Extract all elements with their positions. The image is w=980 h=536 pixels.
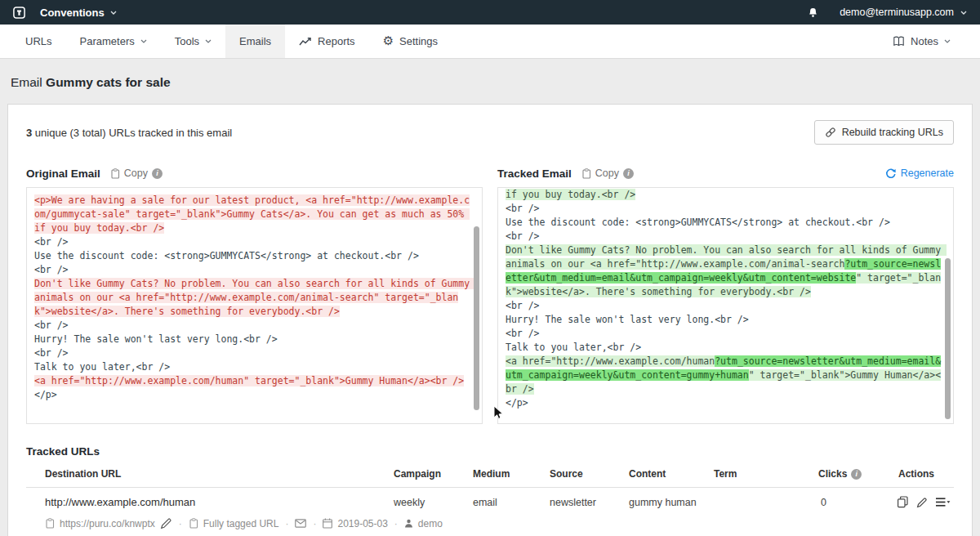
conventions-menu[interactable]: Conventions (40, 7, 117, 19)
terminus-logo-icon[interactable] (13, 7, 25, 19)
nav-label: Tools (175, 35, 199, 47)
code-line: if you buy today.<br /> (506, 188, 946, 202)
menu-caret-icon (935, 497, 951, 507)
tag-status: Fully tagged URL (189, 518, 279, 529)
info-icon[interactable]: i (623, 168, 634, 179)
code-line: Don't like Gummy Cats? No problem. You c… (506, 243, 946, 299)
topbar: Conventions demo@terminusapp.com (0, 0, 980, 25)
scrollbar-thumb[interactable] (945, 258, 951, 419)
envelope-icon (295, 519, 306, 528)
code-line: </p> (506, 396, 946, 410)
email-card: 3 unique (3 total) URLs tracked in this … (7, 104, 973, 536)
code-line: <br /> (506, 230, 946, 243)
nav-item-settings[interactable]: ⚙ Settings (369, 25, 452, 58)
refresh-icon (885, 168, 896, 179)
code-line: Use the discount code: <strong>GUMMYCATS… (506, 216, 946, 230)
clipboard-icon (110, 168, 120, 179)
pencil-icon (916, 497, 928, 508)
page-title: Email Gummy cats for sale (11, 75, 980, 90)
gear-icon: ⚙ (383, 35, 394, 47)
created-date-text: 2019-05-03 (337, 518, 387, 529)
nav-item-emails[interactable]: Emails (225, 25, 285, 58)
nav-label: Settings (399, 35, 438, 47)
nav-item-parameters[interactable]: Parameters (66, 25, 161, 58)
code-line: Don't like Gummy Cats? No problem. You c… (34, 277, 474, 319)
chevron-down-icon (140, 39, 147, 43)
clipboard-icon (189, 518, 198, 529)
clicks-value: 0 (794, 497, 875, 508)
chevron-down-icon (960, 11, 967, 15)
chevron-down-icon (205, 39, 212, 43)
calendar-icon (323, 518, 332, 529)
col-term: Term (712, 468, 794, 480)
copy-label: Copy (595, 168, 619, 179)
pencil-icon[interactable] (160, 517, 172, 529)
rebuild-tracking-urls-button[interactable]: Rebuild tracking URLs (814, 120, 954, 145)
copy-pages-icon (897, 496, 909, 508)
nav-item-notes[interactable]: Notes (879, 25, 970, 58)
clipboard-icon (45, 518, 55, 529)
rebuild-button-label: Rebuild tracking URLs (842, 127, 943, 138)
code-line: <br /> (506, 327, 946, 341)
tracked-email-code[interactable]: if you buy today.<br /><br />Use the dis… (497, 187, 954, 424)
notifications-bell-icon[interactable] (808, 7, 818, 18)
original-email-code[interactable]: <p>We are having a sale for our latest p… (26, 187, 483, 424)
info-icon[interactable]: i (152, 168, 163, 179)
nav-item-tools[interactable]: Tools (161, 25, 225, 58)
code-line: Talk to you later,<br /> (506, 341, 946, 355)
nav-label: URLs (25, 35, 52, 47)
code-line: <br /> (34, 319, 474, 333)
col-medium: Medium (471, 468, 548, 480)
scrollbar-thumb[interactable] (474, 226, 479, 410)
medium-value: email (471, 497, 548, 508)
person-icon (404, 519, 413, 528)
tracked-urls-table-header: Destination URL Campaign Medium Source C… (26, 468, 954, 488)
regenerate-button[interactable]: Regenerate (885, 168, 954, 179)
copy-tracked-button[interactable]: Copy i (581, 168, 634, 179)
code-line: <br /> (506, 299, 946, 313)
chevron-down-icon (944, 39, 951, 43)
clipboard-icon (581, 168, 591, 179)
tracked-urls-title: Tracked URLs (26, 445, 954, 458)
col-destination-url: Destination URL (26, 468, 392, 480)
destination-url[interactable]: http://www.example.com/human (26, 496, 392, 508)
nav-item-reports[interactable]: Reports (285, 25, 369, 58)
code-line: Use the discount code: <strong>GUMMYCATS… (34, 249, 474, 263)
main-nav: URLs Parameters Tools Emails Reports ⚙ S… (0, 25, 980, 59)
regenerate-label: Regenerate (901, 168, 954, 179)
nav-item-urls[interactable]: URLs (11, 25, 66, 58)
copy-original-button[interactable]: Copy i (110, 168, 163, 179)
link-icon (825, 127, 836, 138)
col-actions: Actions (875, 468, 954, 480)
url-meta-row: https://puru.co/knwptx · Fully tagged UR… (26, 508, 954, 531)
tracked-email-panel: Tracked Email Copy i Regenerate (497, 165, 954, 424)
source-value: newsletter (548, 497, 627, 508)
tracked-email-title: Tracked Email (497, 168, 572, 180)
short-url-link[interactable]: https://puru.co/knwptx (45, 517, 172, 529)
urls-tracked-summary: 3 unique (3 total) URLs tracked in this … (26, 127, 232, 139)
code-line: <br /> (34, 235, 474, 249)
original-email-panel: Original Email Copy i <p>We are having a… (26, 165, 483, 424)
created-by-user: demo (404, 518, 443, 529)
nav-label: Reports (318, 35, 355, 47)
tag-status-text: Fully tagged URL (203, 518, 279, 529)
col-clicks: Clicks i (794, 468, 875, 480)
code-line: Hurry! The sale won't last very long.<br… (506, 313, 946, 327)
nav-label: Notes (911, 35, 938, 47)
created-by-text: demo (418, 518, 443, 529)
row-menu-button[interactable] (935, 497, 951, 507)
edit-url-button[interactable] (916, 497, 928, 508)
mouse-cursor-icon (493, 405, 505, 423)
chevron-down-icon (110, 11, 117, 15)
code-line: Talk to you later,<br /> (34, 360, 474, 374)
chart-zigzag-icon (299, 37, 312, 47)
short-url-text: https://puru.co/knwptx (60, 518, 155, 529)
info-icon[interactable]: i (851, 469, 862, 480)
account-menu[interactable]: demo@terminusapp.com (840, 7, 967, 18)
code-line: <br /> (34, 263, 474, 277)
email-association-button[interactable] (295, 519, 306, 528)
duplicate-url-button[interactable] (897, 496, 909, 508)
col-content: Content (627, 468, 712, 480)
code-line: <a href="http://www.example.com/human" t… (34, 374, 474, 388)
code-line: </p> (34, 388, 474, 402)
